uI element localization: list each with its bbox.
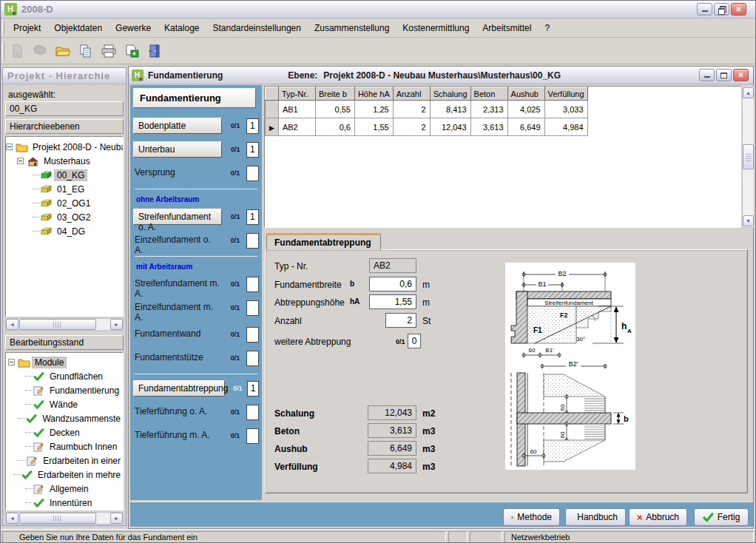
col-typ-nr[interactable]: Typ-Nr. [278, 87, 315, 101]
scroll-down-button[interactable]: ▾ [743, 215, 754, 226]
bodenplatte-button[interactable]: Bodenplatte [133, 118, 222, 134]
cell[interactable]: 4,025 [507, 101, 544, 118]
module-item[interactable]: Fundamentierung [6, 383, 123, 397]
tieferfuehrung-ma-count-field[interactable] [246, 428, 259, 444]
fundamentstuetze-item[interactable]: Fundamentstütze [133, 350, 222, 366]
export-icon[interactable] [121, 41, 142, 61]
versprung-item[interactable]: Versprung [133, 165, 222, 181]
menu-arbeitsmittel[interactable]: Arbeitsmittel [476, 20, 538, 36]
scroll-left-button[interactable]: ◂ [6, 513, 18, 524]
scrollbar-thumb[interactable] [743, 144, 754, 169]
fundamentwand-count-field[interactable] [246, 327, 259, 343]
module-item[interactable]: Erdarbeiten in mehre [6, 468, 123, 482]
col-schalung[interactable]: Schalung [430, 87, 470, 101]
col-hoehe-ha[interactable]: Höhe hA [354, 87, 393, 101]
col-aushub[interactable]: Aushub [507, 87, 544, 101]
tree-node-project[interactable]: Projekt 2008-D - Neubau [6, 140, 123, 154]
collapse-icon[interactable] [6, 144, 13, 150]
row-selector[interactable] [266, 101, 279, 118]
col-anzahl[interactable]: Anzahl [393, 87, 430, 101]
einzelfundament-oa-item[interactable]: Einzelfundament o. A. [133, 232, 222, 249]
row-selector-active[interactable]: ▶ [266, 118, 279, 136]
folder-open-icon[interactable] [53, 41, 73, 61]
fundamentwand-item[interactable]: Fundamentwand [133, 326, 222, 343]
tree-node-floor[interactable]: 01_EG [6, 182, 123, 196]
module-item[interactable]: Decken [6, 425, 123, 439]
maximize-button[interactable] [716, 69, 732, 81]
methode-button[interactable]: H M Methode [503, 508, 560, 526]
cell[interactable]: 3,033 [544, 101, 587, 118]
tieferfuehrung-oa-count-field[interactable] [246, 405, 259, 420]
close-button[interactable]: ✕ [733, 69, 749, 81]
einzelfundament-oa-count-field[interactable] [246, 233, 259, 249]
handbuch-button[interactable]: Handbuch [565, 508, 626, 526]
col-verfuellung[interactable]: Verfüllung [544, 87, 587, 101]
scroll-right-button[interactable]: ▸ [110, 513, 123, 524]
module-item[interactable]: Grundflächen [6, 369, 123, 383]
einzelfundament-ma-count-field[interactable] [246, 300, 259, 316]
cell[interactable]: AB2 [278, 118, 315, 136]
module-item[interactable]: Wände [6, 397, 123, 411]
streifenfundament-oa-count-field[interactable]: 1 [246, 209, 259, 225]
module-item[interactable]: Erdarbeiten in einer [6, 453, 123, 468]
cell[interactable]: 0,6 [315, 118, 354, 136]
unterbau-count-field[interactable]: 1 [246, 142, 259, 158]
abbruch-button[interactable]: Abbruch [629, 508, 687, 526]
exit-door-icon[interactable] [144, 41, 165, 61]
copy-icon[interactable] [75, 41, 96, 61]
tieferfuehrung-oa-item[interactable]: Tieferführung o. A. [133, 404, 222, 420]
cell[interactable]: 2 [393, 118, 430, 136]
menu-gewerke[interactable]: Gewerke [109, 20, 158, 36]
tree-node-floor[interactable]: 02_OG1 [6, 196, 123, 210]
abtreppungshoehe-field[interactable]: 1,55 [369, 294, 416, 309]
print-icon[interactable] [98, 41, 119, 61]
new-document-icon[interactable] [7, 41, 27, 61]
menu-zusammenstellung[interactable]: Zusammenstellung [308, 20, 396, 36]
cell[interactable]: 0,55 [315, 101, 354, 118]
table-row[interactable]: AB1 0,55 1,25 2 8,413 2,313 4,025 3,033 [266, 101, 588, 118]
fundamentabtreppung-button[interactable]: Fundamentabtreppung [133, 380, 225, 397]
bodenplatte-count-field[interactable]: 1 [246, 118, 259, 134]
tree-node-building[interactable]: Musterhaus [6, 154, 123, 168]
minimize-button[interactable] [697, 3, 712, 16]
streifenfundament-ma-count-field[interactable] [246, 277, 259, 292]
col-breite-b[interactable]: Breite b [315, 87, 354, 101]
fundamentabtreppung-count-field[interactable]: 1 [247, 381, 259, 397]
tab-fundamentabtreppung[interactable]: Fundamentabtreppung [266, 233, 381, 250]
weitere-abtreppung-field[interactable]: 0 [408, 334, 421, 348]
col-beton[interactable]: Beton [470, 87, 507, 101]
cell[interactable]: AB1 [278, 101, 315, 118]
scrollbar-thumb[interactable] [19, 319, 96, 330]
cell[interactable]: 4,984 [544, 118, 587, 136]
scroll-up-button[interactable]: ▴ [743, 87, 754, 98]
menu-kataloge[interactable]: Kataloge [158, 20, 206, 36]
module-item[interactable]: Innentüren [6, 496, 123, 510]
open-disabled-icon[interactable] [30, 41, 50, 61]
menu-projekt[interactable]: Projekt [7, 20, 47, 36]
fundamentstuetze-count-field[interactable] [246, 351, 259, 366]
anzahl-field[interactable]: 2 [385, 313, 416, 328]
scroll-left-button[interactable]: ◂ [6, 319, 18, 330]
cell[interactable]: 8,413 [430, 101, 470, 118]
einzelfundament-ma-item[interactable]: Einzelfundament m. A. [133, 300, 222, 316]
menu-objektdaten[interactable]: Objektdaten [47, 20, 109, 36]
tieferfuehrung-ma-item[interactable]: Tieferführung m. A. [133, 428, 222, 444]
versprung-count-field[interactable] [246, 166, 259, 181]
close-button[interactable]: ✕ [731, 3, 746, 16]
scroll-right-button[interactable]: ▸ [110, 319, 123, 330]
menu-standardeinstellungen[interactable]: Standardeinstellungen [206, 20, 307, 36]
tree-node-floor[interactable]: 03_OG2 [6, 210, 123, 224]
tree-node-module[interactable]: Module [6, 355, 123, 369]
cell[interactable]: 3,613 [470, 118, 507, 136]
cell[interactable]: 2,313 [470, 101, 507, 118]
module-item[interactable]: Allgemein [6, 482, 123, 496]
tree-node-floor[interactable]: 04_DG [6, 224, 123, 238]
cell[interactable]: 2 [393, 101, 430, 118]
cell[interactable]: 6,649 [507, 118, 544, 136]
scrollbar-thumb[interactable] [19, 513, 96, 524]
minimize-button[interactable] [699, 69, 715, 81]
cell[interactable]: 1,55 [354, 118, 393, 136]
fundamentbreite-field[interactable]: 0,6 [369, 277, 416, 291]
module-item[interactable]: Wandzusammenste [6, 411, 123, 425]
menu-kostenermittlung[interactable]: Kostenermittlung [396, 20, 476, 36]
